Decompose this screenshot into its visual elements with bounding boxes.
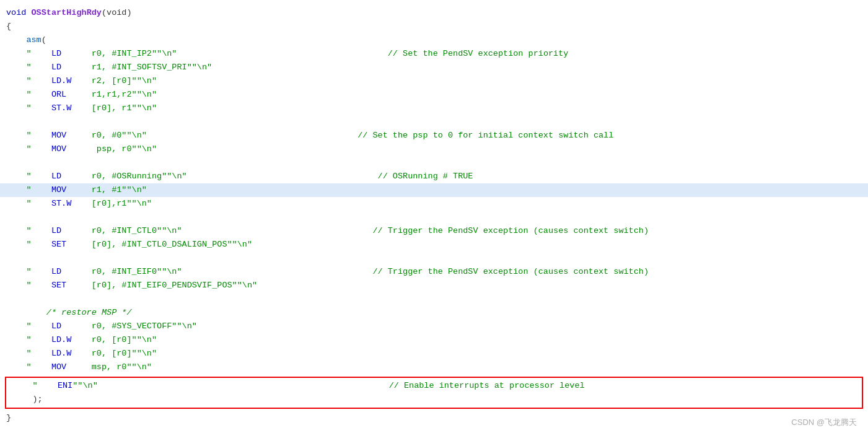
code-line-mov-msp-r0: " MOV msp, r0""\n" (0, 361, 868, 374)
code-content: " LD.W r0, [r0]""\n" (6, 333, 157, 347)
red-box-section: " ENI""\n" // Enable interrupts at proce… (5, 377, 863, 409)
code-content: " MOV psp, r0""\n" (6, 142, 157, 156)
code-content: " ST.W [r0], r1""\n" (6, 102, 157, 115)
code-content: } (6, 411, 11, 425)
code-container: void OSStartHighRdy(void) { asm( " LD r0… (0, 0, 868, 433)
code-line-ld-inteif0: " LD r0, #INT_EIF0""\n" // Trigger the P… (0, 265, 868, 279)
code-content: void OSStartHighRdy(void) (6, 6, 132, 20)
code-content: " LD.W r0, [r0]""\n" (6, 347, 157, 361)
code-content: " ORL r1,r1,r2""\n" (6, 88, 157, 102)
code-line-eni: " ENI""\n" // Enable interrupts at proce… (6, 379, 862, 393)
code-line-title: void OSStartHighRdy(void) (0, 6, 868, 20)
code-line-blank4 (0, 251, 868, 265)
code-content: ); (12, 393, 43, 406)
code-line-set-intctl0-dsalign: " SET [r0], #INT_CTL0_DSALIGN_POS""\n" (0, 238, 868, 251)
code-line-ld-r0-ip2: " LD r0, #INT_IP2""\n" // Set the PendSV… (0, 47, 868, 61)
code-content: " ST.W [r0],r1""\n" (6, 197, 152, 211)
code-line-stw-r0-r1: " ST.W [r0],r1""\n" (0, 197, 868, 211)
code-content: " ENI""\n" // Enable interrupts at proce… (12, 379, 585, 393)
code-line-ld-sysvectoff: " LD r0, #SYS_VECTOFF""\n" (0, 320, 868, 333)
code-line-ldw-r0-r0-1: " LD.W r0, [r0]""\n" (0, 333, 868, 347)
code-content: " LD r0, #INT_EIF0""\n" // Trigger the P… (6, 265, 649, 279)
code-content: " SET [r0], #INT_CTL0_DSALIGN_POS""\n" (6, 238, 252, 251)
code-content: " MOV r1, #1""\n" (6, 183, 147, 197)
code-line-brace-open: { (0, 20, 868, 33)
code-content: " LD r0, #INT_CTL0""\n" // Trigger the P… (6, 224, 649, 238)
code-line-blank5 (0, 292, 868, 306)
code-line-blank2 (0, 156, 868, 170)
code-line-mov-r1-1: " MOV r1, #1""\n" (0, 183, 868, 197)
watermark: CSDN @飞龙腾天 (791, 417, 857, 428)
code-line-ld-osrunning: " LD r0, #OSRunning""\n" // OSRunning # … (0, 170, 868, 183)
code-content: " SET [r0], #INT_EIF0_PENDSVIF_POS""\n" (6, 279, 257, 292)
code-line-restore-msp-comment: /* restore MSP */ (0, 306, 868, 320)
code-line-ldw-r2: " LD.W r2, [r0]""\n" (0, 74, 868, 88)
code-line-asm: asm( (0, 33, 868, 47)
code-line-blank1 (0, 115, 868, 129)
code-content: { (6, 20, 11, 33)
code-line-orl: " ORL r1,r1,r2""\n" (0, 88, 868, 102)
code-line-mov-r0-0: " MOV r0, #0""\n" // Set the psp to 0 fo… (0, 129, 868, 142)
code-line-brace-close: } (0, 411, 868, 425)
code-content: " LD r0, #OSRunning""\n" // OSRunning # … (6, 170, 473, 183)
code-content: " LD r0, #SYS_VECTOFF""\n" (6, 320, 197, 333)
code-line-blank3 (0, 211, 868, 224)
code-content: " LD r0, #INT_IP2""\n" // Set the PendSV… (6, 47, 568, 61)
code-content: " MOV r0, #0""\n" // Set the psp to 0 fo… (6, 129, 613, 142)
code-content: " LD.W r2, [r0]""\n" (6, 74, 157, 88)
code-line-close-paren: ); (6, 393, 862, 406)
code-line-set-inteif0-pendsvif: " SET [r0], #INT_EIF0_PENDSVIF_POS""\n" (0, 279, 868, 292)
code-content: " LD r1, #INT_SOFTSV_PRI""\n" (6, 61, 212, 74)
code-content: /* restore MSP */ (6, 306, 132, 320)
code-content: " MOV msp, r0""\n" (6, 361, 152, 374)
code-line-stw-r1: " ST.W [r0], r1""\n" (0, 102, 868, 115)
code-line-ld-r1-softsv: " LD r1, #INT_SOFTSV_PRI""\n" (0, 61, 868, 74)
code-line-mov-psp: " MOV psp, r0""\n" (0, 142, 868, 156)
code-line-ld-intctl0: " LD r0, #INT_CTL0""\n" // Trigger the P… (0, 224, 868, 238)
code-line-ldw-r0-r0-2: " LD.W r0, [r0]""\n" (0, 347, 868, 361)
code-content: asm( (6, 33, 46, 47)
